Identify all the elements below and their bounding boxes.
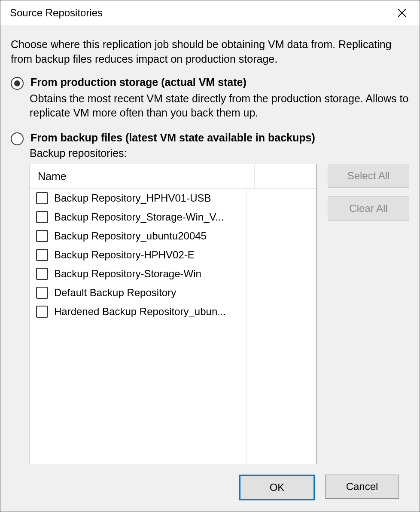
column-divider	[247, 189, 247, 464]
list-item-label: Backup Repository_HPHV01-USB	[54, 192, 211, 204]
radio-option-production[interactable]: From production storage (actual VM state…	[11, 75, 409, 90]
intro-text: Choose where this replication job should…	[11, 37, 409, 67]
radio-icon	[11, 132, 24, 145]
radio-desc-production: Obtains the most recent VM state directl…	[30, 92, 409, 121]
radio-label-backup: From backup files (latest VM state avail…	[30, 131, 315, 145]
select-all-button[interactable]: Select All	[328, 164, 409, 188]
listbox-header: Name	[30, 164, 316, 189]
list-item[interactable]: Backup Repository_Storage-Win_V...	[30, 208, 316, 227]
checkbox-icon[interactable]	[36, 192, 48, 204]
list-item-label: Default Backup Repository	[54, 287, 176, 299]
backup-repositories-label: Backup repositories:	[30, 147, 409, 159]
listbox-items: Backup Repository_HPHV01-USBBackup Repos…	[30, 189, 316, 464]
titlebar: Source Repositories	[0, 0, 420, 25]
checkbox-icon[interactable]	[36, 306, 48, 318]
radio-icon	[11, 77, 24, 90]
list-item[interactable]: Default Backup Repository	[30, 283, 316, 302]
list-item-label: Backup Repository-HPHV02-E	[54, 249, 195, 261]
radio-option-backup[interactable]: From backup files (latest VM state avail…	[11, 131, 409, 145]
checkbox-icon[interactable]	[36, 249, 48, 261]
source-repositories-dialog: Source Repositories Choose where this re…	[0, 0, 420, 512]
ok-button[interactable]: OK	[239, 475, 315, 500]
checkbox-icon[interactable]	[36, 230, 48, 242]
close-button[interactable]	[392, 3, 412, 23]
checkbox-icon[interactable]	[36, 211, 48, 223]
list-item-label: Backup Repository_Storage-Win_V...	[54, 211, 224, 223]
dialog-footer: OK Cancel	[11, 464, 409, 512]
side-buttons: Select All Clear All	[328, 164, 409, 464]
clear-all-button[interactable]: Clear All	[328, 196, 409, 221]
list-item-label: Backup Repository_ubuntu20045	[54, 230, 207, 242]
radio-label-production: From production storage (actual VM state…	[30, 75, 247, 90]
column-header-spacer	[255, 164, 316, 188]
list-row: Name Backup Repository_HPHV01-USBBackup …	[30, 164, 409, 464]
list-item[interactable]: Backup Repository_ubuntu20045	[30, 227, 316, 245]
checkbox-icon[interactable]	[36, 287, 48, 299]
list-item[interactable]: Hardened Backup Repository_ubun...	[30, 302, 316, 321]
dialog-title: Source Repositories	[10, 7, 103, 19]
list-item[interactable]: Backup Repository-Storage-Win	[30, 264, 316, 283]
checkbox-icon[interactable]	[36, 268, 48, 280]
dialog-body: Choose where this replication job should…	[0, 25, 420, 512]
column-header-name[interactable]: Name	[30, 164, 255, 188]
cancel-button[interactable]: Cancel	[325, 475, 399, 499]
list-item[interactable]: Backup Repository_HPHV01-USB	[30, 189, 316, 208]
list-item-label: Hardened Backup Repository_ubun...	[54, 306, 226, 318]
list-item-label: Backup Repository-Storage-Win	[54, 268, 201, 280]
list-item[interactable]: Backup Repository-HPHV02-E	[30, 245, 316, 264]
repositories-listbox[interactable]: Name Backup Repository_HPHV01-USBBackup …	[30, 164, 317, 464]
close-icon	[397, 8, 407, 18]
